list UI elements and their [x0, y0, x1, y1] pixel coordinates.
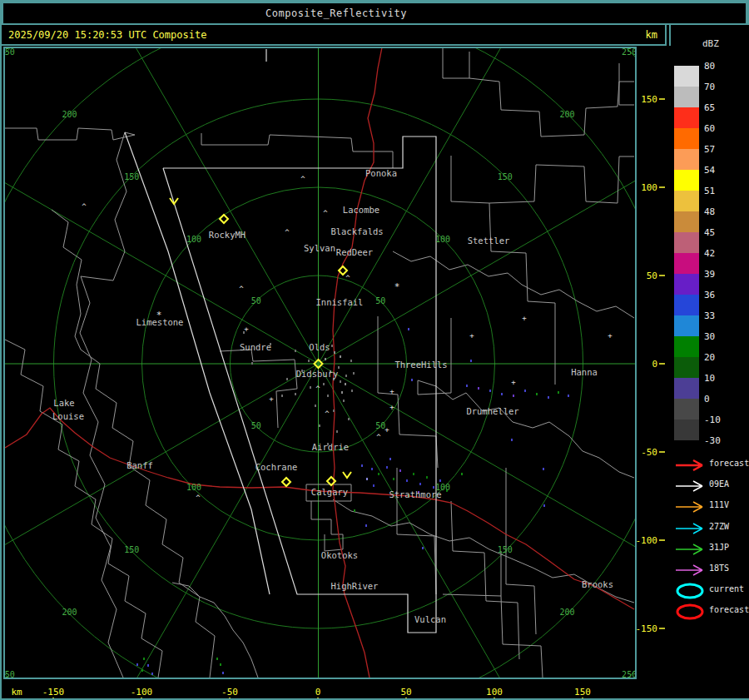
dbz-tick-label: 54	[704, 165, 737, 176]
echo-pixel	[373, 484, 374, 487]
right-axis-tick-label: 100	[641, 182, 657, 193]
dbz-swatch	[674, 253, 699, 274]
echo-pixel	[216, 658, 218, 660]
storm-track-arrow-icon	[674, 478, 707, 494]
echo-pixel	[251, 362, 253, 365]
caret-marker: ^	[300, 175, 305, 183]
city-label-lake: Lake	[53, 398, 74, 408]
dbz-swatch	[674, 336, 699, 357]
dbz-swatch	[674, 232, 699, 253]
echo-pixel	[308, 360, 310, 362]
bottom-axis-tick-label: 100	[486, 687, 503, 698]
ring-distance-label: 200	[559, 608, 574, 617]
plus-marker: +	[389, 403, 394, 411]
caret-marker: ^	[323, 209, 328, 217]
city-label-sylvan: Sylvan	[304, 243, 335, 253]
caret-marker: ^	[196, 494, 201, 502]
storm-track-arrow-icon	[674, 520, 707, 537]
right-axis-tick-label: 150	[641, 94, 657, 105]
legend-label: forecast	[709, 605, 749, 614]
echo-pixel	[345, 383, 346, 385]
dbz-tick-label: 65	[704, 102, 737, 113]
echo-pixel	[348, 418, 350, 420]
dbz-tick-label: 70	[704, 82, 737, 92]
caret-marker: ^	[345, 274, 350, 282]
dbz-tick-label: 39	[704, 269, 737, 280]
legend-row-111V: 111V	[672, 496, 749, 517]
legend-label: 18TS	[709, 563, 729, 573]
ring-distance-label: 150	[124, 545, 139, 554]
city-label-blackfalds: Blackfalds	[330, 226, 383, 236]
echo-pixel	[411, 379, 413, 381]
radar-map-canvas[interactable]: 5050505010010010010015015015015020020020…	[2, 46, 671, 698]
right-axis-tick-label: -100	[636, 535, 658, 546]
echo-pixel	[350, 360, 352, 362]
plus-marker: +	[522, 314, 527, 322]
city-label-cochrane: Cochrane	[255, 462, 298, 472]
city-label-vulcan: Vulcan	[414, 614, 446, 624]
caret-marker: ^	[376, 433, 381, 441]
storm-track-arrow-icon	[674, 562, 707, 578]
echo-pixel	[408, 328, 409, 330]
ring-distance-label: 50	[375, 296, 385, 305]
echo-pixel	[513, 395, 514, 397]
plus-marker: +	[384, 425, 389, 434]
storm-ellipse-icon	[674, 583, 707, 599]
dbz-swatch	[674, 399, 699, 420]
city-label-reddeer: RedDeer	[336, 247, 373, 257]
dbz-tick-label: 0	[704, 394, 737, 405]
city-label-threehills: ThreeHills	[394, 360, 447, 370]
echo-pixel	[389, 458, 391, 460]
right-axis-tick-label: -50	[641, 447, 657, 458]
dbz-tick-label: 36	[704, 290, 737, 300]
ring-distance-label: 150	[498, 172, 513, 181]
echo-pixel	[341, 391, 343, 394]
right-axis-tick-label: -150	[636, 623, 658, 634]
echo-pixel	[422, 547, 424, 549]
dbz-tick-label: 60	[704, 123, 737, 134]
city-label-stettler: Stettler	[468, 236, 510, 246]
caret-marker: ^	[315, 385, 320, 393]
info-bar: 2025/09/20 15:20:53 UTC Composite km	[2, 25, 666, 45]
caret-marker: ^	[239, 285, 244, 293]
city-label-limestone: Limestone	[136, 317, 184, 327]
city-label-strathmore: Strathmore	[389, 489, 441, 499]
echo-pixel	[413, 473, 414, 475]
echo-pixel	[295, 350, 296, 352]
echo-pixel	[136, 663, 138, 666]
echo-pixel	[319, 424, 320, 427]
dbz-swatch	[674, 149, 699, 170]
echo-pixel	[143, 658, 145, 660]
legend-row-09EA: 09EA	[672, 475, 749, 496]
echo-pixel	[543, 504, 545, 507]
dbz-swatch	[674, 66, 699, 87]
caret-marker: ^	[82, 202, 87, 211]
echo-pixel	[365, 524, 367, 527]
ring-distance-label: 100	[186, 483, 201, 492]
ring-distance-label: 50	[251, 421, 261, 430]
echo-pixel	[141, 669, 143, 672]
legend-row-forecast: forecast	[672, 601, 749, 622]
city-label-highriver: HighRiver	[331, 581, 379, 591]
city-label-hanna: Hanna	[571, 367, 598, 377]
colorbar-panel: dBZ 807065605754514845423936333020100-10…	[671, 25, 749, 698]
echo-pixel	[354, 509, 355, 512]
legend-label: forecast	[709, 459, 749, 468]
city-label-didsbury: Didsbury	[296, 369, 339, 379]
plus-marker: +	[269, 395, 274, 403]
city-label-louise: Louise	[52, 411, 84, 421]
city-label-calgary: Calgary	[311, 487, 348, 497]
bottom-axis-tick-label: 50	[400, 687, 411, 698]
dbz-tick-label: -10	[704, 415, 737, 425]
echo-pixel	[323, 383, 325, 385]
timestamp-label: 2025/09/20 15:20:53 UTC Composite	[8, 29, 206, 41]
legend-label: 111V	[709, 500, 729, 509]
legend-row-forecast: forecast	[672, 454, 749, 475]
city-label-banff: Banff	[126, 460, 153, 470]
echo-pixel	[489, 390, 491, 392]
city-label-brooks: Brooks	[582, 579, 613, 589]
dbz-swatch	[674, 191, 699, 211]
echo-pixel	[334, 351, 335, 354]
bottom-axis-tick-label: 0	[315, 687, 321, 698]
caret-marker: ^	[325, 410, 330, 418]
